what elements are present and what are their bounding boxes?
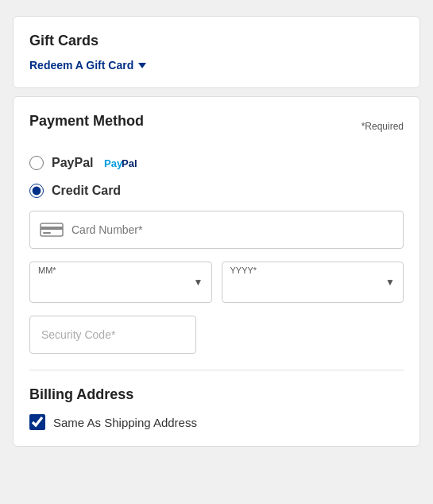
expiry-date-row: MM* 010203 040506 070809 101112 ▼ YYYY* … [29, 262, 404, 303]
paypal-logo: Pay Pal [104, 155, 152, 171]
redeem-link-text: Redeem A Gift Card [29, 59, 133, 72]
svg-rect-4 [43, 232, 51, 234]
paypal-logo-icon: Pay Pal [104, 155, 152, 171]
same-as-shipping-checkbox[interactable] [29, 414, 45, 430]
svg-text:Pal: Pal [122, 157, 137, 169]
redeem-gift-card-link[interactable]: Redeem A Gift Card [29, 59, 404, 72]
paypal-option[interactable]: PayPal Pay Pal [29, 155, 404, 171]
section-divider [29, 370, 404, 370]
year-label: YYYY* [230, 266, 257, 275]
same-as-shipping-option[interactable]: Same As Shipping Address [29, 414, 404, 430]
chevron-down-icon [138, 63, 146, 68]
month-label: MM* [38, 266, 56, 275]
required-label: *Required [361, 121, 404, 132]
payment-title: Payment Method [29, 113, 144, 130]
card-number-wrapper [29, 211, 404, 249]
billing-title: Billing Address [29, 386, 404, 403]
security-code-input[interactable] [29, 316, 196, 354]
payment-method-section: Payment Method *Required PayPal Pay Pal … [13, 96, 420, 447]
paypal-label: PayPal [52, 156, 93, 170]
payment-header: Payment Method *Required [29, 113, 404, 139]
svg-text:Pay: Pay [104, 157, 123, 169]
gift-cards-section: Gift Cards Redeem A Gift Card [13, 16, 420, 88]
paypal-radio[interactable] [29, 156, 44, 170]
svg-rect-3 [41, 227, 63, 230]
card-number-input[interactable] [72, 223, 393, 236]
same-as-shipping-label: Same As Shipping Address [53, 416, 197, 429]
month-select-wrapper: MM* 010203 040506 070809 101112 ▼ [29, 262, 212, 303]
credit-card-label: Credit Card [52, 184, 121, 198]
card-icon [40, 222, 64, 238]
credit-card-option[interactable]: Credit Card [29, 184, 404, 198]
year-select-wrapper: YYYY* 202420252026 202720282029 2030 ▼ [222, 262, 404, 303]
gift-cards-title: Gift Cards [29, 33, 404, 49]
month-select[interactable]: 010203 040506 070809 101112 [30, 262, 211, 302]
credit-card-radio[interactable] [29, 184, 44, 198]
